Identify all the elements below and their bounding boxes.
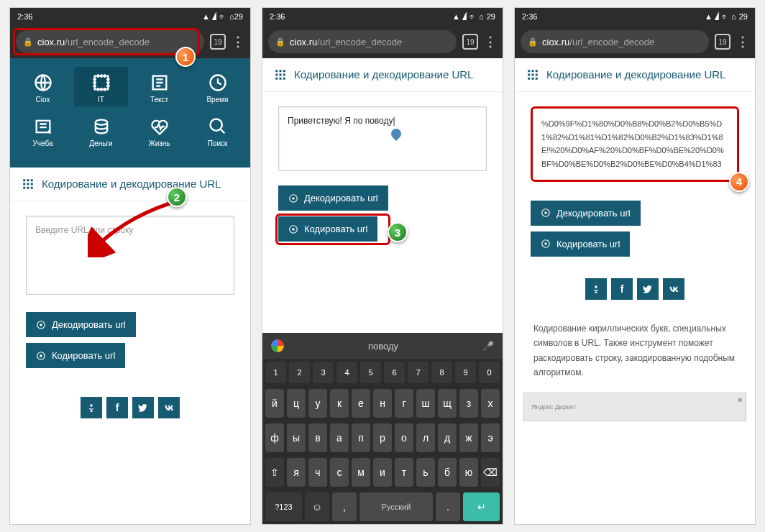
social-ok[interactable] — [585, 278, 607, 300]
key-4[interactable]: 4 — [336, 362, 357, 383]
menu-icon[interactable]: ⋮ — [232, 34, 244, 50]
ad-close-icon[interactable]: ✕ — [737, 396, 743, 404]
key[interactable]: ь — [416, 458, 435, 487]
nav-money[interactable]: Деньги — [74, 111, 128, 150]
key[interactable]: ц — [287, 389, 306, 418]
svg-rect-37 — [528, 74, 530, 76]
address-bar[interactable]: 🔒 ciox.ru/url_encode_decode — [521, 30, 709, 53]
menu-icon[interactable]: ⋮ — [484, 34, 497, 50]
svg-rect-10 — [23, 183, 25, 185]
address-bar[interactable]: 🔒 ciox.ru/url_encode_decode — [268, 30, 457, 53]
keyboard-suggestion[interactable]: поводу — [368, 341, 398, 352]
key[interactable]: х — [481, 389, 500, 418]
key[interactable]: и — [373, 458, 392, 487]
social-vk[interactable] — [158, 397, 180, 418]
key[interactable]: й — [265, 389, 284, 418]
key[interactable]: в — [308, 423, 327, 452]
menu-icon[interactable]: ⋮ — [736, 34, 749, 50]
tab-count[interactable]: 19 — [715, 34, 730, 50]
key[interactable]: ы — [287, 423, 306, 452]
svg-rect-7 — [23, 179, 25, 181]
key-dot[interactable]: . — [436, 492, 460, 521]
key-7[interactable]: 7 — [408, 362, 429, 383]
svg-rect-24 — [275, 74, 278, 76]
nav-ciox[interactable]: Ciox — [16, 67, 70, 106]
key-enter[interactable]: ↵ — [463, 492, 500, 521]
key[interactable]: о — [395, 423, 413, 452]
nav-it[interactable]: IT — [74, 67, 128, 106]
ad-banner[interactable]: Яндекс Директ ✕ — [523, 393, 746, 421]
social-ok[interactable] — [81, 397, 102, 418]
nav-time[interactable]: Время — [191, 67, 244, 106]
text-caret-handle[interactable] — [390, 127, 404, 141]
key[interactable]: ж — [459, 423, 478, 452]
key-0[interactable]: 0 — [479, 362, 500, 383]
social-vk[interactable] — [663, 278, 684, 300]
mic-icon[interactable]: 🎤 — [482, 341, 494, 352]
svg-rect-36 — [536, 70, 538, 72]
key-shift[interactable]: ⇧ — [265, 458, 284, 487]
svg-point-46 — [544, 243, 547, 246]
key[interactable]: у — [308, 389, 327, 418]
key[interactable]: ш — [416, 389, 435, 418]
encode-button[interactable]: Кодировать url — [531, 231, 630, 257]
decode-button[interactable]: Декодировать url — [26, 312, 136, 337]
encode-button[interactable]: Кодировать url — [278, 216, 377, 242]
url-input[interactable]: Введите URL или строку — [26, 216, 234, 295]
key[interactable]: п — [352, 423, 370, 452]
svg-point-31 — [292, 197, 295, 200]
key[interactable]: г — [395, 389, 413, 418]
key-comma[interactable]: , — [332, 492, 357, 521]
key-emoji[interactable]: ☺ — [305, 492, 329, 521]
key[interactable]: ф — [265, 423, 284, 452]
key[interactable]: м — [352, 458, 370, 487]
status-time: 2:36 — [270, 12, 285, 21]
nav-study[interactable]: Учеба — [16, 111, 70, 150]
key[interactable]: ч — [308, 458, 327, 487]
key[interactable]: а — [330, 423, 349, 452]
url-input[interactable]: Приветствую! Я по поводу| — [278, 106, 487, 171]
key-2[interactable]: 2 — [289, 362, 310, 383]
key-symbols[interactable]: ?123 — [265, 492, 302, 521]
key-3[interactable]: 3 — [313, 362, 334, 383]
key[interactable]: р — [373, 423, 392, 452]
key-backspace[interactable]: ⌫ — [481, 458, 500, 487]
key[interactable]: з — [459, 389, 478, 418]
key[interactable]: н — [373, 389, 392, 418]
decode-button[interactable]: Декодировать url — [278, 185, 388, 211]
tab-count[interactable]: 19 — [210, 34, 226, 50]
key[interactable]: с — [330, 458, 349, 487]
nav-search[interactable]: Поиск — [191, 111, 244, 150]
key[interactable]: ю — [459, 458, 478, 487]
keyboard-row-2: фывапролджэ — [262, 421, 503, 455]
key[interactable]: я — [287, 458, 306, 487]
social-fb[interactable]: f — [106, 397, 128, 418]
key[interactable]: т — [395, 458, 413, 487]
social-fb[interactable]: f — [611, 278, 633, 300]
key[interactable]: щ — [438, 389, 457, 418]
url-input-encoded[interactable]: %D0%9F%D1%80%D0%B8%D0%B2%D0%B5%D1%82%D1%… — [531, 106, 739, 182]
key[interactable]: к — [330, 389, 349, 418]
status-icons: ▲ ◢ ᯤ ⌂29 — [705, 12, 748, 21]
nav-life[interactable]: Жизнь — [132, 111, 186, 150]
address-bar[interactable]: 🔒 ciox.ru/url_encode_decode — [16, 30, 204, 53]
svg-point-47 — [595, 285, 597, 288]
decode-button[interactable]: Декодировать url — [531, 201, 641, 226]
key[interactable]: э — [481, 423, 500, 452]
key-8[interactable]: 8 — [431, 362, 452, 383]
key-1[interactable]: 1 — [265, 362, 286, 383]
key[interactable]: е — [352, 389, 370, 418]
key[interactable]: б — [438, 458, 457, 487]
encode-button[interactable]: Кодировать url — [26, 343, 125, 368]
key-space[interactable]: Русский — [359, 492, 433, 521]
social-tw[interactable] — [132, 397, 154, 418]
key-6[interactable]: 6 — [384, 362, 405, 383]
key-5[interactable]: 5 — [360, 362, 381, 383]
tab-count[interactable]: 19 — [462, 34, 478, 50]
social-tw[interactable] — [637, 278, 659, 300]
key[interactable]: д — [438, 423, 457, 452]
google-icon[interactable] — [271, 339, 284, 352]
key[interactable]: л — [416, 423, 435, 452]
key-9[interactable]: 9 — [455, 362, 476, 383]
nav-text[interactable]: Текст — [132, 67, 186, 106]
